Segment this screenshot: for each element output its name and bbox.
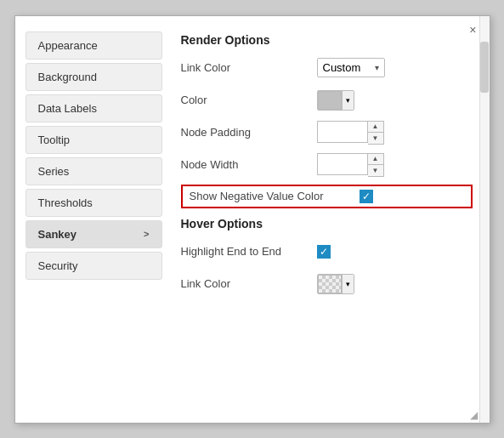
node-padding-down-button[interactable]: ▼ <box>368 133 383 144</box>
node-width-up-button[interactable]: ▲ <box>368 154 383 165</box>
hover-link-color-control: ▾ <box>317 274 354 294</box>
link-color-row: Link Color Custom ▾ <box>181 55 473 81</box>
node-padding-row: Node Padding ▲ ▼ <box>181 120 473 145</box>
show-negative-control: ✓ <box>360 190 373 203</box>
sidebar-item-label: Series <box>38 165 70 178</box>
color-swatch-button[interactable] <box>318 91 342 110</box>
hover-link-color-row: Link Color ▾ <box>181 271 473 297</box>
sidebar-item-appearance[interactable]: Appearance <box>25 31 162 60</box>
node-width-control: ▲ ▼ <box>317 153 384 177</box>
main-content: Render Options Link Color Custom ▾ Color <box>173 25 490 423</box>
node-padding-input[interactable] <box>317 121 368 143</box>
sidebar-item-security[interactable]: Security <box>25 252 162 280</box>
link-color-value: Custom <box>323 61 361 74</box>
checkmark-icon: ✓ <box>320 247 328 257</box>
node-padding-up-button[interactable]: ▲ <box>368 122 383 133</box>
node-padding-spinner: ▲ ▼ <box>317 121 384 145</box>
sidebar-item-sankey[interactable]: Sankey > <box>25 220 162 248</box>
show-negative-row: Show Negative Value Color ✓ <box>181 185 473 208</box>
sidebar-item-label: Sankey <box>38 228 77 241</box>
node-padding-arrows: ▲ ▼ <box>368 121 384 145</box>
sidebar-item-data-labels[interactable]: Data Labels <box>25 94 162 122</box>
hover-link-color-swatch <box>318 275 342 293</box>
dialog: × Appearance Background Data Labels Tool… <box>14 15 490 424</box>
show-negative-checkbox[interactable]: ✓ <box>360 190 373 203</box>
sidebar-item-thresholds[interactable]: Thresholds <box>25 189 162 217</box>
hover-link-color-swatch-arrow[interactable]: ▾ <box>342 275 354 293</box>
link-color-label: Link Color <box>181 61 317 74</box>
sidebar-item-label: Tooltip <box>38 134 71 146</box>
render-options-title: Render Options <box>181 33 473 47</box>
link-color-select[interactable]: Custom ▾ <box>317 58 385 77</box>
sidebar-item-label: Appearance <box>38 39 98 52</box>
node-width-input[interactable] <box>317 153 368 175</box>
node-width-down-button[interactable]: ▼ <box>368 165 383 176</box>
color-row: Color ▾ <box>181 88 473 113</box>
chevron-right-icon: > <box>144 229 149 239</box>
hover-options-title: Hover Options <box>181 217 473 230</box>
sidebar-item-label: Security <box>38 259 78 272</box>
scrollbar-thumb[interactable] <box>480 42 489 93</box>
dropdown-arrow-icon: ▾ <box>375 63 379 72</box>
sidebar-item-tooltip[interactable]: Tooltip <box>25 126 162 154</box>
checkmark-icon: ✓ <box>362 191 371 202</box>
dialog-body: Appearance Background Data Labels Toolti… <box>15 16 490 423</box>
highlight-control: ✓ <box>317 245 331 259</box>
resize-handle[interactable]: ◢ <box>470 409 478 421</box>
highlight-checkbox[interactable]: ✓ <box>317 245 331 259</box>
node-width-spinner: ▲ ▼ <box>317 153 384 177</box>
color-swatch-arrow[interactable]: ▾ <box>342 91 354 110</box>
node-width-row: Node Width ▲ ▼ <box>181 152 473 178</box>
sidebar-item-background[interactable]: Background <box>25 63 162 91</box>
color-swatch <box>318 91 342 110</box>
hover-link-color-swatch-button[interactable] <box>318 275 342 293</box>
node-padding-label: Node Padding <box>181 126 317 139</box>
color-label: Color <box>181 94 317 106</box>
highlight-row: Highlight End to End ✓ <box>181 239 473 265</box>
color-swatch-dropdown[interactable]: ▾ <box>317 90 354 111</box>
scrollbar-track[interactable] <box>479 16 490 423</box>
show-negative-label: Show Negative Value Color <box>190 190 360 202</box>
hover-link-color-swatch-dropdown[interactable]: ▾ <box>317 274 354 294</box>
sidebar-item-series[interactable]: Series <box>25 157 162 185</box>
highlight-label: Highlight End to End <box>181 245 317 258</box>
hover-link-color-label: Link Color <box>181 277 317 290</box>
sidebar: Appearance Background Data Labels Toolti… <box>15 25 173 423</box>
node-padding-control: ▲ ▼ <box>317 121 384 145</box>
sidebar-item-label: Data Labels <box>38 102 97 115</box>
node-width-label: Node Width <box>181 158 317 171</box>
sidebar-item-label: Background <box>38 71 97 83</box>
node-width-arrows: ▲ ▼ <box>368 153 384 177</box>
sidebar-item-label: Thresholds <box>38 196 93 209</box>
color-control: ▾ <box>317 90 354 111</box>
link-color-control: Custom ▾ <box>317 58 385 77</box>
